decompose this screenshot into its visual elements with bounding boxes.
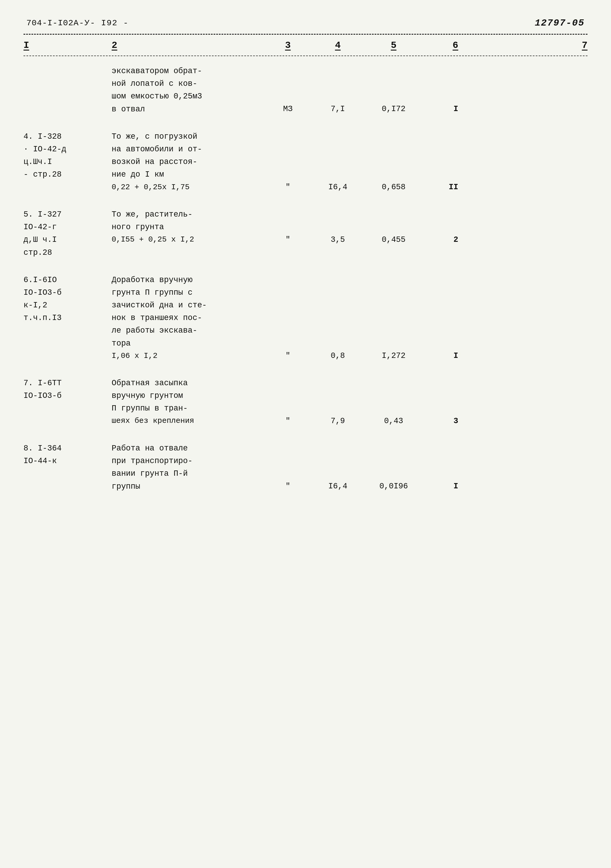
entry-cat-2: 2 bbox=[423, 208, 458, 246]
entry-code-4: 7. I-6TTIO-IO3-б bbox=[23, 377, 111, 402]
entry-block-2: 5. I-327IO-42-гд,Ш ч.Iстр.28То же, расти… bbox=[23, 208, 588, 259]
entry-unit-5: " bbox=[265, 442, 311, 493]
page-container: 704-I-I02 A-У - I92 - 12797-05 I 2 3 4 5… bbox=[23, 18, 588, 493]
entry-block-5: 8. I-364IO-44-кРабота на отвалепри транс… bbox=[23, 442, 588, 493]
entry-code-2: 5. I-327IO-42-гд,Ш ч.Iстр.28 bbox=[23, 208, 111, 259]
header-right: 12797-05 bbox=[535, 18, 585, 28]
col-header-4: 4 bbox=[311, 40, 364, 51]
entry-code-1: 4. I-328· IO-42-дц.Шч.I- стр.28 bbox=[23, 130, 111, 181]
entry-norm-4: 0,43 bbox=[364, 377, 423, 428]
entry-desc-4: Обратная засыпкавручную грунтомП группы … bbox=[111, 377, 265, 427]
col-headers: I 2 3 4 5 6 7 bbox=[23, 37, 588, 56]
entry-cat-4: 3 bbox=[423, 377, 458, 428]
entry-unit-4: " bbox=[265, 377, 311, 428]
entry-code-5: 8. I-364IO-44-к bbox=[23, 442, 111, 468]
entry-cat-5: I bbox=[423, 442, 458, 493]
entry-desc-3: Доработка вручнуюгрунта П группы сзачист… bbox=[111, 274, 265, 362]
entry-cat-3: I bbox=[423, 274, 458, 362]
entry-cat-0: I bbox=[423, 65, 458, 115]
entry-unit-3: " bbox=[265, 274, 311, 362]
entry-norm-3: I,272 bbox=[364, 274, 423, 362]
entry-qty-3: 0,8 bbox=[311, 274, 364, 362]
entry-qty-0: 7,I bbox=[311, 65, 364, 115]
entry-block-3: 6.I-6IOIO-IO3-бк-I,2т.ч.п.I3Доработка вр… bbox=[23, 274, 588, 362]
entry-block-1: 4. I-328· IO-42-дц.Шч.I- стр.28То же, с … bbox=[23, 130, 588, 194]
entry-unit-1: " bbox=[265, 130, 311, 194]
col-header-7: 7 bbox=[458, 40, 588, 51]
col-header-1: I bbox=[23, 40, 111, 51]
entry-qty-2: 3,5 bbox=[311, 208, 364, 246]
entry-code-3: 6.I-6IOIO-IO3-бк-I,2т.ч.п.I3 bbox=[23, 274, 111, 325]
entry-unit-2: " bbox=[265, 208, 311, 246]
entry-desc-1: То же, с погрузкойна автомобили и от-воз… bbox=[111, 130, 265, 193]
header-left: 704-I-I02 bbox=[26, 19, 73, 28]
entry-norm-5: 0,0I96 bbox=[364, 442, 423, 493]
entry-norm-2: 0,455 bbox=[364, 208, 423, 246]
entry-block-4: 7. I-6TTIO-IO3-бОбратная засыпкавручную … bbox=[23, 377, 588, 428]
entry-qty-4: 7,9 bbox=[311, 377, 364, 428]
entry-desc-2: То же, раститель-ного грунта0,I55 + 0,25… bbox=[111, 208, 265, 246]
entry-desc-0: экскаватором обрат-ной лопатой с ков-шом… bbox=[111, 65, 265, 116]
entries-container: экскаватором обрат-ной лопатой с ков-шом… bbox=[23, 65, 588, 493]
entry-unit-0: МЗ bbox=[265, 65, 311, 115]
entry-norm-0: 0,I72 bbox=[364, 65, 423, 115]
entry-qty-1: I6,4 bbox=[311, 130, 364, 194]
col-header-5: 5 bbox=[364, 40, 423, 51]
header-center-b: - I92 - bbox=[90, 19, 129, 28]
header-row: 704-I-I02 A-У - I92 - 12797-05 bbox=[23, 18, 588, 28]
entry-norm-1: 0,658 bbox=[364, 130, 423, 194]
entry-qty-5: I6,4 bbox=[311, 442, 364, 493]
col-header-3: 3 bbox=[265, 40, 311, 51]
col-header-2: 2 bbox=[111, 40, 265, 51]
col-header-6: 6 bbox=[423, 40, 458, 51]
entry-desc-5: Работа на отвалепри транспортиро-вании г… bbox=[111, 442, 265, 493]
entry-block-0: экскаватором обрат-ной лопатой с ков-шом… bbox=[23, 65, 588, 116]
header-center-a: A-У bbox=[73, 19, 90, 28]
top-divider bbox=[23, 34, 588, 35]
entry-cat-1: II bbox=[423, 130, 458, 194]
